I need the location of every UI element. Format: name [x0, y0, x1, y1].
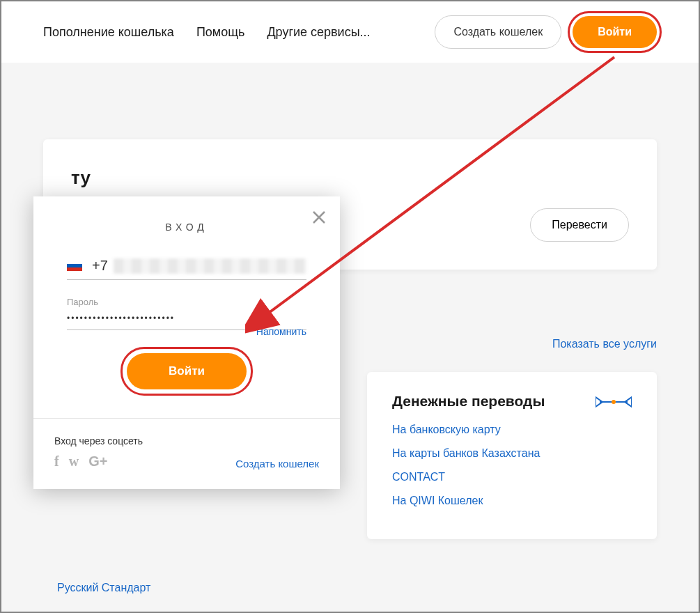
transfer-link-qiwi[interactable]: На QIWI Кошелек [392, 495, 632, 507]
money-transfers-card: Денежные переводы На банковскую карту На… [367, 372, 657, 539]
phone-prefix: +7 [92, 258, 108, 274]
facebook-icon[interactable]: f [54, 453, 59, 470]
transfer-link-contact[interactable]: CONTACT [392, 471, 632, 483]
transfer-link-kz[interactable]: На карты банков Казахстана [392, 447, 632, 460]
nav-other[interactable]: Другие сервисы... [267, 25, 370, 40]
flag-ru-icon[interactable] [67, 261, 82, 271]
russian-standard-link[interactable]: Русский Стандарт [57, 582, 150, 594]
header-actions: Создать кошелек Войти [435, 15, 657, 49]
google-plus-icon[interactable]: G+ [88, 453, 107, 470]
nav-topup[interactable]: Пополнение кошелька [43, 25, 174, 40]
close-icon[interactable] [311, 209, 327, 226]
phone-field[interactable]: +7 [67, 258, 306, 280]
transfers-arrows-icon [596, 391, 632, 412]
content-area: ту рты Перевести Показать все услуги Ден… [1, 63, 699, 612]
create-wallet-button[interactable]: Создать кошелек [435, 15, 561, 49]
password-label: Пароль [67, 297, 306, 307]
password-field[interactable]: Пароль ••••••••••••••••••••••••• Напомни… [67, 297, 306, 330]
popup-title: ВХОД [33, 222, 340, 233]
phone-number-blurred [114, 258, 306, 274]
vk-icon[interactable]: w [69, 453, 79, 470]
popup-create-wallet-link[interactable]: Создать кошелек [235, 458, 319, 470]
popup-login-button[interactable]: Войти [127, 353, 247, 389]
svg-point-1 [612, 400, 616, 404]
login-button-header[interactable]: Войти [573, 16, 657, 48]
hero-title: ту [71, 167, 629, 189]
login-popup: ВХОД +7 Пароль •••••••••••••••••••••••••… [33, 196, 340, 489]
password-value: ••••••••••••••••••••••••• [67, 313, 175, 323]
remind-link[interactable]: Напомнить [256, 326, 306, 337]
transfer-link-card[interactable]: На банковскую карту [392, 424, 632, 436]
transfer-button[interactable]: Перевести [530, 208, 629, 242]
nav-help[interactable]: Помощь [196, 25, 245, 40]
header: Пополнение кошелька Помощь Другие сервис… [1, 1, 699, 63]
show-all-link[interactable]: Показать все услуги [552, 338, 657, 350]
popup-footer: Вход через соцсеть f w G+ Создать кошеле… [33, 418, 340, 489]
social-login-title: Вход через соцсеть [54, 435, 143, 447]
